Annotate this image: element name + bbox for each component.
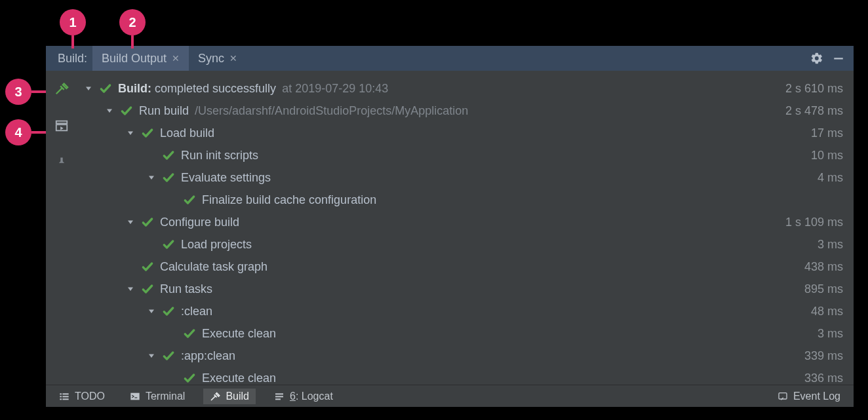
duration-label: 3 ms xyxy=(804,327,843,341)
tree-label: :app:clean xyxy=(181,349,235,363)
chevron-down-icon[interactable] xyxy=(146,305,157,317)
svg-rect-20 xyxy=(60,396,62,397)
svg-rect-23 xyxy=(62,398,68,400)
check-icon xyxy=(182,326,197,341)
footer-terminal[interactable]: Terminal xyxy=(123,389,191,404)
duration-label: 48 ms xyxy=(798,305,843,318)
check-icon xyxy=(98,81,113,96)
duration-label: 2 s 478 ms xyxy=(772,104,843,118)
restart-icon[interactable] xyxy=(54,119,69,136)
tab-sync[interactable]: Sync ✕ xyxy=(189,46,247,71)
check-icon xyxy=(140,282,155,296)
svg-rect-0 xyxy=(834,58,843,59)
tree-row[interactable]: Execute clean336 ms xyxy=(80,367,843,385)
tree-row[interactable]: Run build /Users/adarshf/AndroidStudioPr… xyxy=(80,100,843,122)
duration-label: 17 ms xyxy=(798,126,843,140)
tree-row[interactable]: Evaluate settings4 ms xyxy=(80,166,843,189)
tree-row[interactable]: Finalize build cache configuration xyxy=(80,189,843,211)
tree-row[interactable]: Run tasks895 ms xyxy=(80,278,843,300)
chevron-down-icon[interactable] xyxy=(104,105,115,117)
check-icon xyxy=(161,148,176,162)
svg-rect-28 xyxy=(275,398,281,400)
svg-marker-5 xyxy=(107,109,112,113)
check-icon xyxy=(182,371,197,385)
svg-rect-24 xyxy=(130,392,139,400)
tree-label: Run init scripts xyxy=(181,149,258,162)
tree-row[interactable]: Configure build1 s 109 ms xyxy=(80,211,843,233)
svg-rect-1 xyxy=(56,121,68,124)
tree-row[interactable]: Execute clean3 ms xyxy=(80,322,843,345)
tree-label: Execute clean xyxy=(202,327,276,341)
tree-label: Calculate task graph xyxy=(160,260,267,274)
duration-label: 10 ms xyxy=(798,149,843,162)
status-bar: TODO Terminal Build 6: Logcat Event Log xyxy=(46,385,854,407)
duration-label: 4 ms xyxy=(804,171,843,185)
svg-rect-22 xyxy=(60,398,62,400)
callout-2: 2 xyxy=(119,9,146,35)
duration-label: 1 s 109 ms xyxy=(772,216,843,229)
tree-row[interactable]: Load projects3 ms xyxy=(80,233,843,256)
tree-label: Load projects xyxy=(181,238,252,252)
duration-label: 3 ms xyxy=(804,238,843,252)
svg-marker-13 xyxy=(128,288,133,292)
svg-marker-10 xyxy=(128,221,133,225)
svg-marker-8 xyxy=(149,176,154,180)
tree-row[interactable]: :app:clean339 ms xyxy=(80,345,843,367)
chevron-down-icon[interactable] xyxy=(125,127,136,139)
footer-logcat[interactable]: 6: Logcat xyxy=(267,389,340,404)
tree-row[interactable]: Load build17 ms xyxy=(80,122,843,144)
tree-row[interactable]: Run init scripts10 ms xyxy=(80,144,843,166)
check-icon xyxy=(161,349,176,363)
panel-title: Build: xyxy=(52,52,92,66)
check-icon xyxy=(161,237,176,252)
tree-label: Finalize build cache configuration xyxy=(202,193,376,207)
duration-label: 336 ms xyxy=(791,372,843,385)
tool-gutter xyxy=(46,71,77,385)
check-icon xyxy=(140,215,155,229)
tree-label: Configure build xyxy=(160,216,239,229)
close-icon[interactable]: ✕ xyxy=(172,53,180,64)
svg-marker-16 xyxy=(149,354,154,358)
tree-label: Run build /Users/adarshf/AndroidStudioPr… xyxy=(139,104,468,118)
hammer-icon[interactable] xyxy=(54,81,69,99)
callout-4: 4 xyxy=(5,119,31,145)
check-icon xyxy=(119,104,134,118)
footer-build[interactable]: Build xyxy=(203,389,256,404)
duration-label: 339 ms xyxy=(791,349,843,363)
check-icon xyxy=(140,126,155,140)
chevron-down-icon[interactable] xyxy=(146,350,157,362)
chevron-down-icon[interactable] xyxy=(83,83,94,94)
panel-header: Build: Build Output ✕ Sync ✕ xyxy=(46,46,854,71)
tree-row[interactable]: Calculate task graph438 ms xyxy=(80,256,843,278)
footer-event-log[interactable]: Event Log xyxy=(771,389,847,404)
chevron-down-icon[interactable] xyxy=(146,172,157,183)
build-tree[interactable]: Build: completed successfully at 2019-07… xyxy=(77,71,854,385)
svg-rect-18 xyxy=(60,393,62,394)
build-panel: Build: Build Output ✕ Sync ✕ xyxy=(46,46,854,407)
svg-rect-27 xyxy=(275,396,283,397)
pin-icon[interactable] xyxy=(55,156,68,172)
svg-rect-21 xyxy=(62,396,68,397)
footer-todo[interactable]: TODO xyxy=(52,389,111,404)
tree-label: Load build xyxy=(160,126,214,140)
tree-label: Build: completed successfully at 2019-07… xyxy=(118,82,388,96)
tree-label: Run tasks xyxy=(160,282,212,296)
tree-label: Evaluate settings xyxy=(181,171,271,185)
close-icon[interactable]: ✕ xyxy=(229,53,237,64)
tree-label: :clean xyxy=(181,305,212,318)
svg-marker-6 xyxy=(128,132,133,136)
chevron-down-icon[interactable] xyxy=(125,283,136,295)
gear-icon[interactable] xyxy=(810,52,823,65)
tab-build-output[interactable]: Build Output ✕ xyxy=(92,46,189,71)
duration-label: 2 s 610 ms xyxy=(772,82,843,96)
tree-row[interactable]: Build: completed successfully at 2019-07… xyxy=(80,77,843,100)
tree-row[interactable]: :clean48 ms xyxy=(80,300,843,322)
chevron-down-icon[interactable] xyxy=(125,216,136,228)
minimize-icon[interactable] xyxy=(833,52,844,64)
tree-label: Execute clean xyxy=(202,372,276,385)
check-icon xyxy=(182,193,197,207)
check-icon xyxy=(161,304,176,318)
svg-marker-3 xyxy=(60,126,64,130)
callout-3: 3 xyxy=(5,79,31,105)
duration-label: 438 ms xyxy=(791,260,843,274)
